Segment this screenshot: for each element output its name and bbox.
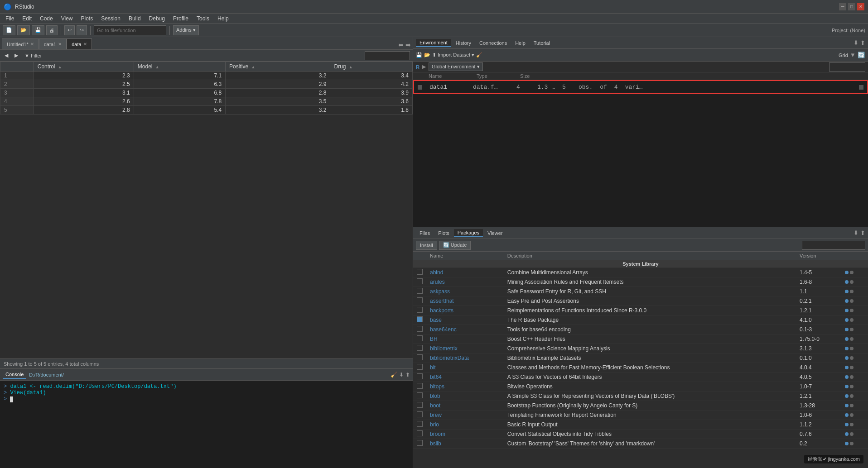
tab-close-data[interactable]: ✕ [83, 42, 87, 47]
filter-button[interactable]: ▼ Filter [23, 53, 43, 59]
pkg-icons-cell[interactable] [841, 430, 868, 439]
pkg-name-link[interactable]: BH [430, 336, 438, 342]
menu-item-plots[interactable]: Plots [77, 14, 97, 23]
pkg-web-icon[interactable] [845, 290, 849, 293]
pkg-icons-cell[interactable] [841, 268, 868, 277]
pkg-name-link[interactable]: abind [430, 269, 443, 276]
pkg-checkbox[interactable] [417, 297, 423, 303]
env-import-button[interactable]: ⬆ Import Dataset ▾ [432, 52, 474, 58]
pkg-checkbox[interactable] [417, 430, 423, 436]
global-env-button[interactable]: Global Environment ▾ [429, 62, 483, 71]
pkg-checkbox[interactable] [417, 335, 423, 341]
pkg-web-icon[interactable] [845, 280, 849, 284]
pkg-icons-cell[interactable] [841, 392, 868, 401]
install-button[interactable]: Install [416, 241, 437, 250]
pkg-del-icon[interactable] [850, 366, 854, 369]
pkg-name-cell[interactable]: askpass [426, 287, 504, 296]
pkg-icons-cell[interactable] [841, 334, 868, 344]
pkg-name-link[interactable]: brew [430, 412, 442, 418]
redo-button[interactable]: ↪ [77, 25, 87, 35]
pkg-checkbox[interactable] [417, 269, 423, 275]
pkg-checkbox-cell[interactable] [413, 277, 426, 287]
pkg-name-link[interactable]: broom [430, 431, 445, 437]
env-tab-connections[interactable]: Connections [476, 39, 511, 47]
tab-close-data1[interactable]: ✕ [58, 42, 62, 47]
pkg-del-icon[interactable] [850, 413, 854, 417]
col-h-version[interactable]: Version [796, 252, 842, 260]
pkg-name-link[interactable]: bibliometrixData [430, 355, 469, 361]
pkg-checkbox-cell[interactable] [413, 268, 426, 277]
pkg-name-link[interactable]: assertthat [430, 298, 454, 304]
nav-left-button[interactable]: ◀ [3, 52, 10, 59]
pkg-checkbox-cell[interactable] [413, 420, 426, 430]
pkg-name-cell[interactable]: brew [426, 411, 504, 420]
console-clear-button[interactable]: 🧹 [391, 372, 397, 378]
pkg-name-link[interactable]: base64enc [430, 326, 457, 333]
pkg-name-link[interactable]: bslib [430, 440, 441, 447]
console-tab[interactable]: Console [3, 371, 26, 379]
pkg-web-icon[interactable] [845, 318, 849, 322]
pkg-web-icon[interactable] [845, 375, 849, 379]
pkg-name-cell[interactable]: assertthat [426, 296, 504, 306]
pkg-web-icon[interactable] [845, 423, 849, 426]
pkg-checkbox[interactable] [417, 411, 423, 417]
files-tab-plots[interactable]: Plots [434, 229, 453, 237]
pkg-checkbox[interactable] [417, 364, 423, 370]
pkg-name-cell[interactable]: base64enc [426, 325, 504, 334]
env-refresh-button[interactable]: 🔄 [858, 52, 865, 58]
pkg-web-icon[interactable] [845, 385, 849, 388]
files-panel-collapse[interactable]: ⬇ [854, 229, 858, 236]
pkg-checkbox-cell[interactable] [413, 325, 426, 334]
pkg-checkbox-cell[interactable] [413, 439, 426, 449]
pkg-checkbox-cell[interactable] [413, 306, 426, 315]
menu-item-help[interactable]: Help [214, 14, 232, 23]
env-search-input[interactable] [829, 62, 865, 72]
pkg-name-cell[interactable]: boot [426, 401, 504, 411]
pkg-web-icon[interactable] [845, 299, 849, 303]
tab-close-untitled1[interactable]: ✕ [30, 42, 34, 47]
pkg-web-icon[interactable] [845, 328, 849, 331]
menu-item-profile[interactable]: Profile [169, 14, 192, 23]
col-header-positive[interactable]: Positive ▲ [226, 62, 330, 72]
pkg-del-icon[interactable] [850, 432, 854, 436]
pkg-checkbox-cell[interactable] [413, 411, 426, 420]
pkg-del-icon[interactable] [850, 442, 854, 445]
pkg-name-link[interactable]: bit [430, 364, 436, 371]
pkg-icons-cell[interactable] [841, 296, 868, 306]
pkg-name-link[interactable]: boot [430, 402, 440, 409]
pkg-icons-cell[interactable] [841, 344, 868, 353]
env-clear-button[interactable]: 🧹 [476, 52, 482, 58]
console-content[interactable]: > data1 <- read.delim("D:/Users/PC/Deskt… [0, 381, 413, 468]
pkg-del-icon[interactable] [850, 280, 854, 284]
pkg-checkbox[interactable] [417, 345, 423, 351]
pkg-name-cell[interactable]: broom [426, 430, 504, 439]
menu-item-debug[interactable]: Debug [145, 14, 169, 23]
pkg-name-cell[interactable]: brio [426, 420, 504, 430]
pkg-web-icon[interactable] [845, 394, 849, 398]
env-open-button[interactable]: 📂 [424, 52, 430, 58]
pkg-checkbox[interactable] [417, 326, 423, 332]
menu-item-view[interactable]: View [58, 14, 77, 23]
env-tab-help[interactable]: Help [511, 39, 529, 47]
pkg-name-link[interactable]: base [430, 317, 442, 323]
files-tab-viewer[interactable]: Viewer [484, 229, 506, 237]
pkg-web-icon[interactable] [845, 413, 849, 417]
pkg-web-icon[interactable] [845, 442, 849, 445]
maximize-button[interactable]: □ [848, 3, 855, 10]
pkg-name-cell[interactable]: base [426, 315, 504, 325]
pkg-icons-cell[interactable] [841, 401, 868, 411]
panel-expand-left[interactable]: ➡ [405, 41, 411, 48]
env-data-row[interactable]: data1 data.f… 4 1.3 … 5 obs. of 4 vari… [413, 80, 868, 94]
console-collapse-button[interactable]: ⬇ [399, 372, 404, 378]
col-h-name[interactable]: Name [426, 252, 504, 260]
packages-search-input[interactable] [802, 241, 865, 250]
pkg-checkbox-cell[interactable] [413, 344, 426, 353]
pkg-del-icon[interactable] [850, 337, 854, 341]
addins-button[interactable]: Addins ▾ [173, 25, 199, 35]
save-file-button[interactable]: 💾 [32, 25, 44, 35]
pkg-icons-cell[interactable] [841, 353, 868, 363]
pkg-web-icon[interactable] [845, 366, 849, 369]
pkg-icons-cell[interactable] [841, 372, 868, 382]
pkg-name-cell[interactable]: arules [426, 277, 504, 287]
env-grid-toggle[interactable]: ▼ [850, 52, 856, 58]
